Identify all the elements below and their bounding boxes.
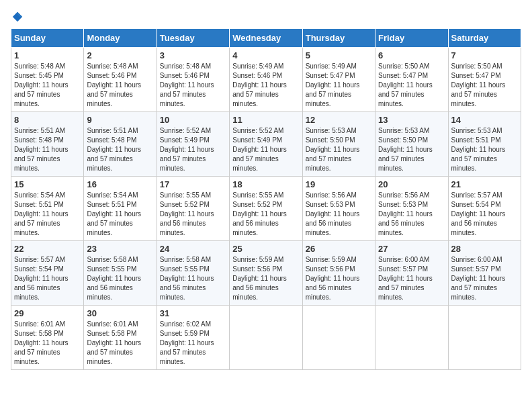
weekday-header-monday: Monday bbox=[84, 29, 157, 48]
calendar-cell bbox=[302, 306, 375, 370]
calendar-week-row: 22Sunrise: 5:57 AMSunset: 5:54 PMDayligh… bbox=[11, 241, 521, 306]
cell-text: Sunrise: 5:59 AMSunset: 5:56 PMDaylight:… bbox=[232, 256, 287, 301]
cell-text: Sunrise: 5:48 AMSunset: 5:46 PMDaylight:… bbox=[87, 62, 141, 107]
cell-text: Sunrise: 5:56 AMSunset: 5:53 PMDaylight:… bbox=[306, 191, 360, 236]
day-number: 12 bbox=[306, 115, 372, 125]
calendar-cell: 22Sunrise: 5:57 AMSunset: 5:54 PMDayligh… bbox=[11, 241, 84, 306]
day-number: 8 bbox=[14, 115, 81, 125]
day-number: 31 bbox=[160, 308, 226, 318]
calendar-cell: 8Sunrise: 5:51 AMSunset: 5:48 PMDaylight… bbox=[11, 112, 84, 177]
day-number: 10 bbox=[160, 115, 226, 125]
calendar-cell: 27Sunrise: 6:00 AMSunset: 5:57 PMDayligh… bbox=[375, 241, 448, 306]
day-number: 24 bbox=[160, 244, 226, 254]
cell-text: Sunrise: 5:52 AMSunset: 5:49 PMDaylight:… bbox=[160, 127, 214, 172]
day-number: 26 bbox=[306, 244, 372, 254]
calendar-cell: 14Sunrise: 5:53 AMSunset: 5:51 PMDayligh… bbox=[448, 112, 521, 177]
day-number: 20 bbox=[378, 179, 445, 189]
calendar-cell: 23Sunrise: 5:58 AMSunset: 5:55 PMDayligh… bbox=[84, 241, 157, 306]
calendar-cell: 21Sunrise: 5:57 AMSunset: 5:54 PMDayligh… bbox=[448, 177, 521, 241]
calendar-cell: 1Sunrise: 5:48 AMSunset: 5:45 PMDaylight… bbox=[11, 48, 84, 112]
day-number: 22 bbox=[14, 244, 81, 254]
cell-text: Sunrise: 5:54 AMSunset: 5:51 PMDaylight:… bbox=[14, 191, 69, 236]
day-number: 14 bbox=[451, 115, 518, 125]
day-number: 5 bbox=[306, 50, 372, 60]
day-number: 17 bbox=[160, 179, 226, 189]
cell-text: Sunrise: 5:49 AMSunset: 5:47 PMDaylight:… bbox=[306, 62, 360, 107]
calendar-cell: 10Sunrise: 5:52 AMSunset: 5:49 PMDayligh… bbox=[157, 112, 229, 177]
cell-text: Sunrise: 5:48 AMSunset: 5:45 PMDaylight:… bbox=[14, 62, 69, 107]
cell-text: Sunrise: 5:51 AMSunset: 5:48 PMDaylight:… bbox=[14, 127, 69, 172]
cell-text: Sunrise: 5:53 AMSunset: 5:50 PMDaylight:… bbox=[306, 127, 360, 172]
calendar-cell: 15Sunrise: 5:54 AMSunset: 5:51 PMDayligh… bbox=[11, 177, 84, 241]
calendar-cell: 16Sunrise: 5:54 AMSunset: 5:51 PMDayligh… bbox=[84, 177, 157, 241]
day-number: 13 bbox=[378, 115, 445, 125]
cell-text: Sunrise: 6:00 AMSunset: 5:57 PMDaylight:… bbox=[378, 256, 433, 301]
cell-text: Sunrise: 5:58 AMSunset: 5:55 PMDaylight:… bbox=[160, 256, 214, 301]
cell-text: Sunrise: 5:49 AMSunset: 5:46 PMDaylight:… bbox=[232, 62, 287, 107]
calendar-cell: 19Sunrise: 5:56 AMSunset: 5:53 PMDayligh… bbox=[302, 177, 375, 241]
day-number: 15 bbox=[14, 179, 81, 189]
day-number: 16 bbox=[87, 179, 153, 189]
day-number: 4 bbox=[232, 50, 299, 60]
calendar-cell: 31Sunrise: 6:02 AMSunset: 5:59 PMDayligh… bbox=[157, 306, 229, 370]
calendar-cell: 25Sunrise: 5:59 AMSunset: 5:56 PMDayligh… bbox=[230, 241, 302, 306]
calendar-cell: 2Sunrise: 5:48 AMSunset: 5:46 PMDaylight… bbox=[84, 48, 157, 112]
calendar-cell: 24Sunrise: 5:58 AMSunset: 5:55 PMDayligh… bbox=[157, 241, 229, 306]
calendar-cell: 5Sunrise: 5:49 AMSunset: 5:47 PMDaylight… bbox=[302, 48, 375, 112]
calendar-table: SundayMondayTuesdayWednesdayThursdayFrid… bbox=[11, 28, 521, 370]
cell-text: Sunrise: 5:53 AMSunset: 5:50 PMDaylight:… bbox=[378, 127, 433, 172]
cell-text: Sunrise: 5:57 AMSunset: 5:54 PMDaylight:… bbox=[451, 191, 506, 236]
weekday-header-saturday: Saturday bbox=[448, 29, 521, 48]
cell-text: Sunrise: 5:54 AMSunset: 5:51 PMDaylight:… bbox=[87, 191, 141, 236]
calendar-cell: 12Sunrise: 5:53 AMSunset: 5:50 PMDayligh… bbox=[302, 112, 375, 177]
weekday-header-thursday: Thursday bbox=[302, 29, 375, 48]
day-number: 19 bbox=[306, 179, 372, 189]
day-number: 25 bbox=[232, 244, 299, 254]
calendar-cell bbox=[375, 306, 448, 370]
calendar-cell: 7Sunrise: 5:50 AMSunset: 5:47 PMDaylight… bbox=[448, 48, 521, 112]
day-number: 21 bbox=[451, 179, 518, 189]
calendar-cell bbox=[230, 306, 302, 370]
cell-text: Sunrise: 5:53 AMSunset: 5:51 PMDaylight:… bbox=[451, 127, 506, 172]
calendar-cell: 30Sunrise: 6:01 AMSunset: 5:58 PMDayligh… bbox=[84, 306, 157, 370]
day-number: 7 bbox=[451, 50, 518, 60]
calendar-cell: 9Sunrise: 5:51 AMSunset: 5:48 PMDaylight… bbox=[84, 112, 157, 177]
cell-text: Sunrise: 5:50 AMSunset: 5:47 PMDaylight:… bbox=[378, 62, 433, 107]
cell-text: Sunrise: 6:01 AMSunset: 5:58 PMDaylight:… bbox=[87, 320, 141, 365]
weekday-header-wednesday: Wednesday bbox=[230, 29, 302, 48]
day-number: 18 bbox=[232, 179, 299, 189]
day-number: 3 bbox=[160, 50, 226, 60]
day-number: 27 bbox=[378, 244, 445, 254]
calendar-cell: 20Sunrise: 5:56 AMSunset: 5:53 PMDayligh… bbox=[375, 177, 448, 241]
calendar-cell: 28Sunrise: 6:00 AMSunset: 5:57 PMDayligh… bbox=[448, 241, 521, 306]
cell-text: Sunrise: 5:58 AMSunset: 5:55 PMDaylight:… bbox=[87, 256, 141, 301]
logo-icon bbox=[11, 11, 24, 23]
day-number: 23 bbox=[87, 244, 153, 254]
cell-text: Sunrise: 6:01 AMSunset: 5:58 PMDaylight:… bbox=[14, 320, 69, 365]
cell-text: Sunrise: 5:56 AMSunset: 5:53 PMDaylight:… bbox=[378, 191, 433, 236]
day-number: 30 bbox=[87, 308, 153, 318]
calendar-cell: 17Sunrise: 5:55 AMSunset: 5:52 PMDayligh… bbox=[157, 177, 229, 241]
calendar-cell: 11Sunrise: 5:52 AMSunset: 5:49 PMDayligh… bbox=[230, 112, 302, 177]
calendar-cell: 3Sunrise: 5:48 AMSunset: 5:46 PMDaylight… bbox=[157, 48, 229, 112]
calendar-cell: 13Sunrise: 5:53 AMSunset: 5:50 PMDayligh… bbox=[375, 112, 448, 177]
calendar-cell: 6Sunrise: 5:50 AMSunset: 5:47 PMDaylight… bbox=[375, 48, 448, 112]
calendar-cell bbox=[448, 306, 521, 370]
calendar-week-row: 29Sunrise: 6:01 AMSunset: 5:58 PMDayligh… bbox=[11, 306, 521, 370]
calendar-week-row: 1Sunrise: 5:48 AMSunset: 5:45 PMDaylight… bbox=[11, 48, 521, 112]
cell-text: Sunrise: 5:52 AMSunset: 5:49 PMDaylight:… bbox=[232, 127, 287, 172]
day-number: 29 bbox=[14, 308, 81, 318]
day-number: 9 bbox=[87, 115, 153, 125]
calendar-cell: 18Sunrise: 5:55 AMSunset: 5:52 PMDayligh… bbox=[230, 177, 302, 241]
cell-text: Sunrise: 5:55 AMSunset: 5:52 PMDaylight:… bbox=[232, 191, 287, 236]
calendar-cell: 26Sunrise: 5:59 AMSunset: 5:56 PMDayligh… bbox=[302, 241, 375, 306]
cell-text: Sunrise: 5:59 AMSunset: 5:56 PMDaylight:… bbox=[306, 256, 360, 301]
cell-text: Sunrise: 5:57 AMSunset: 5:54 PMDaylight:… bbox=[14, 256, 69, 301]
page-header bbox=[11, 11, 521, 23]
cell-text: Sunrise: 5:51 AMSunset: 5:48 PMDaylight:… bbox=[87, 127, 141, 172]
cell-text: Sunrise: 5:55 AMSunset: 5:52 PMDaylight:… bbox=[160, 191, 214, 236]
weekday-header-tuesday: Tuesday bbox=[157, 29, 229, 48]
day-number: 6 bbox=[378, 50, 445, 60]
cell-text: Sunrise: 6:00 AMSunset: 5:57 PMDaylight:… bbox=[451, 256, 506, 301]
cell-text: Sunrise: 6:02 AMSunset: 5:59 PMDaylight:… bbox=[160, 320, 214, 365]
